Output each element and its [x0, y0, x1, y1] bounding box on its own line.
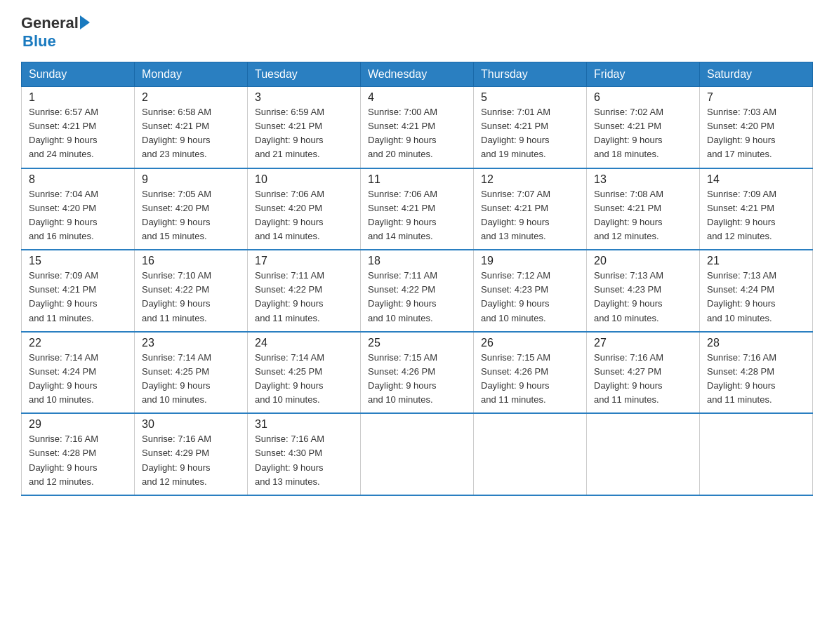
day-number: 1 [29, 91, 127, 104]
calendar-header-row: Sunday Monday Tuesday Wednesday Thursday… [22, 62, 813, 87]
day-info: Sunrise: 7:14 AMSunset: 4:24 PMDaylight:… [29, 351, 127, 408]
day-number: 8 [29, 173, 127, 186]
col-thursday: Thursday [474, 62, 587, 87]
day-number: 15 [29, 255, 127, 267]
day-number: 17 [255, 255, 353, 267]
table-row: 8Sunrise: 7:04 AMSunset: 4:20 PMDaylight… [22, 168, 135, 250]
day-number: 31 [255, 418, 353, 431]
table-row: 27Sunrise: 7:16 AMSunset: 4:27 PMDayligh… [587, 332, 700, 414]
day-info: Sunrise: 7:16 AMSunset: 4:29 PMDaylight:… [142, 432, 240, 489]
table-row: 13Sunrise: 7:08 AMSunset: 4:21 PMDayligh… [587, 168, 700, 250]
table-row: 22Sunrise: 7:14 AMSunset: 4:24 PMDayligh… [22, 332, 135, 414]
table-row: 1Sunrise: 6:57 AMSunset: 4:21 PMDaylight… [22, 87, 135, 168]
day-info: Sunrise: 6:57 AMSunset: 4:21 PMDaylight:… [29, 105, 127, 162]
day-info: Sunrise: 7:05 AMSunset: 4:20 PMDaylight:… [142, 187, 240, 244]
table-row: 5Sunrise: 7:01 AMSunset: 4:21 PMDaylight… [474, 87, 587, 168]
day-info: Sunrise: 7:01 AMSunset: 4:21 PMDaylight:… [481, 105, 579, 162]
table-row: 3Sunrise: 6:59 AMSunset: 4:21 PMDaylight… [248, 87, 361, 168]
day-info: Sunrise: 7:04 AMSunset: 4:20 PMDaylight:… [29, 187, 127, 244]
day-info: Sunrise: 7:06 AMSunset: 4:21 PMDaylight:… [368, 187, 466, 244]
day-number: 5 [481, 91, 579, 104]
day-number: 9 [142, 173, 240, 186]
day-number: 24 [255, 337, 353, 349]
day-info: Sunrise: 7:13 AMSunset: 4:23 PMDaylight:… [594, 269, 692, 326]
table-row [474, 413, 587, 495]
day-number: 26 [481, 337, 579, 349]
logo: General Blue [21, 14, 90, 51]
day-info: Sunrise: 7:15 AMSunset: 4:26 PMDaylight:… [481, 351, 579, 408]
logo-blue: Blue [22, 32, 90, 51]
day-number: 16 [142, 255, 240, 267]
calendar-week-row: 22Sunrise: 7:14 AMSunset: 4:24 PMDayligh… [22, 332, 813, 414]
table-row: 16Sunrise: 7:10 AMSunset: 4:22 PMDayligh… [135, 250, 248, 332]
table-row: 4Sunrise: 7:00 AMSunset: 4:21 PMDaylight… [361, 87, 474, 168]
table-row: 6Sunrise: 7:02 AMSunset: 4:21 PMDaylight… [587, 87, 700, 168]
day-info: Sunrise: 7:02 AMSunset: 4:21 PMDaylight:… [594, 105, 692, 162]
day-info: Sunrise: 7:11 AMSunset: 4:22 PMDaylight:… [368, 269, 466, 326]
day-number: 18 [368, 255, 466, 267]
day-number: 4 [368, 91, 466, 104]
day-info: Sunrise: 7:12 AMSunset: 4:23 PMDaylight:… [481, 269, 579, 326]
col-sunday: Sunday [22, 62, 135, 87]
table-row [361, 413, 474, 495]
calendar-table: Sunday Monday Tuesday Wednesday Thursday… [21, 62, 813, 496]
day-number: 10 [255, 173, 353, 186]
col-friday: Friday [587, 62, 700, 87]
page-header: General Blue [21, 14, 813, 51]
day-number: 25 [368, 337, 466, 349]
day-number: 30 [142, 418, 240, 431]
table-row: 25Sunrise: 7:15 AMSunset: 4:26 PMDayligh… [361, 332, 474, 414]
day-number: 21 [707, 255, 805, 267]
day-number: 6 [594, 91, 692, 104]
table-row: 10Sunrise: 7:06 AMSunset: 4:20 PMDayligh… [248, 168, 361, 250]
table-row: 29Sunrise: 7:16 AMSunset: 4:28 PMDayligh… [22, 413, 135, 495]
day-info: Sunrise: 7:16 AMSunset: 4:28 PMDaylight:… [29, 432, 127, 489]
table-row: 11Sunrise: 7:06 AMSunset: 4:21 PMDayligh… [361, 168, 474, 250]
day-info: Sunrise: 7:10 AMSunset: 4:22 PMDaylight:… [142, 269, 240, 326]
table-row: 26Sunrise: 7:15 AMSunset: 4:26 PMDayligh… [474, 332, 587, 414]
day-number: 7 [707, 91, 805, 104]
table-row: 24Sunrise: 7:14 AMSunset: 4:25 PMDayligh… [248, 332, 361, 414]
day-info: Sunrise: 6:58 AMSunset: 4:21 PMDaylight:… [142, 105, 240, 162]
calendar-week-row: 8Sunrise: 7:04 AMSunset: 4:20 PMDaylight… [22, 168, 813, 250]
day-number: 22 [29, 337, 127, 349]
col-saturday: Saturday [700, 62, 813, 87]
table-row: 12Sunrise: 7:07 AMSunset: 4:21 PMDayligh… [474, 168, 587, 250]
table-row: 19Sunrise: 7:12 AMSunset: 4:23 PMDayligh… [474, 250, 587, 332]
table-row [700, 413, 813, 495]
calendar-week-row: 15Sunrise: 7:09 AMSunset: 4:21 PMDayligh… [22, 250, 813, 332]
day-info: Sunrise: 7:16 AMSunset: 4:27 PMDaylight:… [594, 351, 692, 408]
table-row: 2Sunrise: 6:58 AMSunset: 4:21 PMDaylight… [135, 87, 248, 168]
table-row: 20Sunrise: 7:13 AMSunset: 4:23 PMDayligh… [587, 250, 700, 332]
calendar-week-row: 1Sunrise: 6:57 AMSunset: 4:21 PMDaylight… [22, 87, 813, 168]
col-monday: Monday [135, 62, 248, 87]
table-row: 15Sunrise: 7:09 AMSunset: 4:21 PMDayligh… [22, 250, 135, 332]
day-number: 14 [707, 173, 805, 186]
day-number: 28 [707, 337, 805, 349]
day-number: 3 [255, 91, 353, 104]
col-tuesday: Tuesday [248, 62, 361, 87]
table-row: 23Sunrise: 7:14 AMSunset: 4:25 PMDayligh… [135, 332, 248, 414]
day-info: Sunrise: 6:59 AMSunset: 4:21 PMDaylight:… [255, 105, 353, 162]
table-row: 31Sunrise: 7:16 AMSunset: 4:30 PMDayligh… [248, 413, 361, 495]
table-row: 14Sunrise: 7:09 AMSunset: 4:21 PMDayligh… [700, 168, 813, 250]
day-number: 29 [29, 418, 127, 431]
day-number: 23 [142, 337, 240, 349]
col-wednesday: Wednesday [361, 62, 474, 87]
day-info: Sunrise: 7:11 AMSunset: 4:22 PMDaylight:… [255, 269, 353, 326]
table-row: 30Sunrise: 7:16 AMSunset: 4:29 PMDayligh… [135, 413, 248, 495]
day-number: 2 [142, 91, 240, 104]
table-row: 9Sunrise: 7:05 AMSunset: 4:20 PMDaylight… [135, 168, 248, 250]
day-info: Sunrise: 7:16 AMSunset: 4:28 PMDaylight:… [707, 351, 805, 408]
day-info: Sunrise: 7:16 AMSunset: 4:30 PMDaylight:… [255, 432, 353, 489]
day-info: Sunrise: 7:09 AMSunset: 4:21 PMDaylight:… [707, 187, 805, 244]
day-info: Sunrise: 7:08 AMSunset: 4:21 PMDaylight:… [594, 187, 692, 244]
day-info: Sunrise: 7:00 AMSunset: 4:21 PMDaylight:… [368, 105, 466, 162]
table-row: 28Sunrise: 7:16 AMSunset: 4:28 PMDayligh… [700, 332, 813, 414]
day-number: 11 [368, 173, 466, 186]
day-info: Sunrise: 7:07 AMSunset: 4:21 PMDaylight:… [481, 187, 579, 244]
day-info: Sunrise: 7:03 AMSunset: 4:20 PMDaylight:… [707, 105, 805, 162]
table-row: 17Sunrise: 7:11 AMSunset: 4:22 PMDayligh… [248, 250, 361, 332]
table-row [587, 413, 700, 495]
calendar-week-row: 29Sunrise: 7:16 AMSunset: 4:28 PMDayligh… [22, 413, 813, 495]
